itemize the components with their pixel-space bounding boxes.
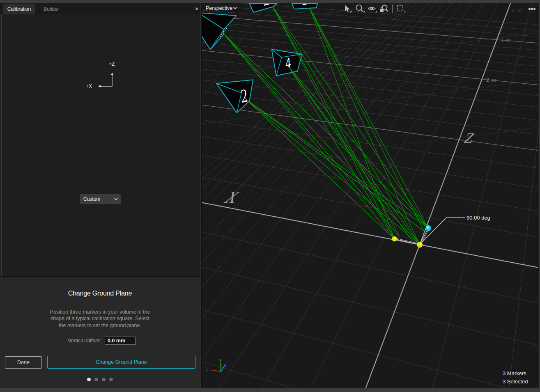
svg-text:3 Markers: 3 Markers bbox=[503, 370, 526, 376]
svg-text:2 m: 2 m bbox=[486, 77, 497, 83]
svg-text:Y: Y bbox=[219, 358, 222, 363]
svg-text:Perspective: Perspective bbox=[206, 5, 232, 11]
svg-text:+X: +X bbox=[86, 83, 92, 89]
svg-text:3 Selected: 3 Selected bbox=[503, 378, 528, 385]
svg-text:3 m: 3 m bbox=[501, 37, 511, 44]
svg-text:4 m: 4 m bbox=[512, 7, 522, 14]
svg-text:+Z: +Z bbox=[109, 61, 115, 67]
svg-text:90.00 deg: 90.00 deg bbox=[466, 215, 490, 221]
svg-text:x: x bbox=[207, 368, 209, 372]
svg-text:Z: Z bbox=[223, 363, 226, 368]
